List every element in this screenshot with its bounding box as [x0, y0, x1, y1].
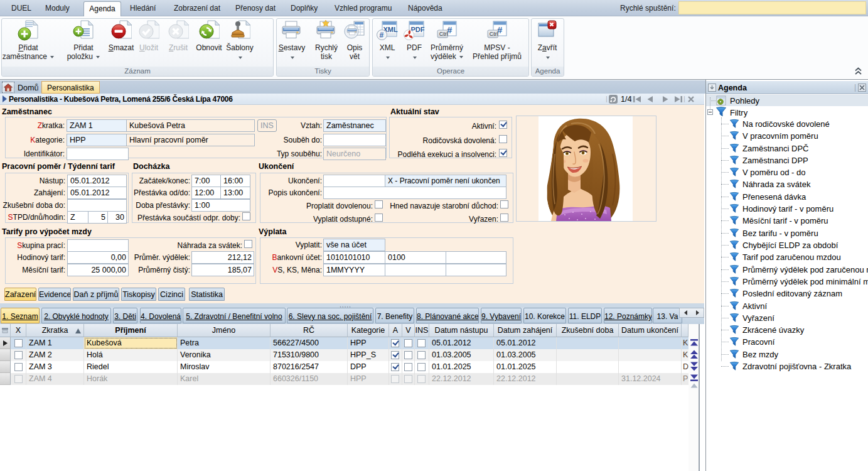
svg-text:Ctrl: Ctrl — [490, 31, 498, 37]
svg-text:Ctrl: Ctrl — [439, 31, 448, 37]
svg-text:#: # — [380, 31, 384, 40]
